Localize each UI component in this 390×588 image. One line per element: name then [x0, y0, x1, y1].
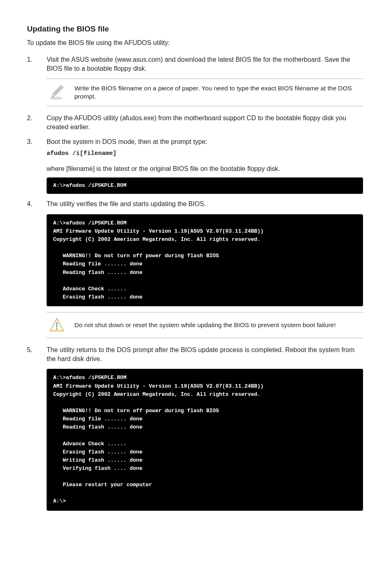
note-text: Write the BIOS filename on a piece of pa… [74, 84, 361, 101]
step-text: Boot the system in DOS mode, then at the… [47, 137, 363, 146]
step-number: 3. [27, 137, 47, 158]
warning-icon [48, 317, 65, 333]
terminal-output: A:\>afudos /iP5KPLE.ROM [47, 177, 363, 194]
pencil-icon [48, 84, 65, 101]
note-callout: Write the BIOS filename on a piece of pa… [47, 79, 363, 106]
terminal-output: A:\>afudos /iP5KPLE.ROM AMI Firmware Upd… [47, 214, 363, 306]
warning-callout: Do not shut down or reset the system whi… [47, 312, 363, 338]
svg-point-0 [50, 97, 63, 100]
step-number: 1. [27, 55, 47, 73]
step-text: The utility returns to the DOS prompt af… [47, 346, 363, 363]
step-number: 5. [27, 346, 47, 363]
warning-text: Do not shut down or reset the system whi… [74, 321, 361, 330]
step-number: 2. [27, 114, 47, 131]
step-text: Visit the ASUS website (www.asus.com) an… [47, 55, 363, 73]
step-text: Copy the AFUDOS utility (afudos.exe) fro… [47, 114, 363, 131]
step-sub-text: where [filename] is the latest or the or… [47, 164, 363, 173]
command-code: afudos /i[filename] [47, 150, 117, 157]
step-text: The utility verifies the file and starts… [47, 200, 363, 209]
section-heading: Updating the BIOS file [27, 24, 363, 34]
terminal-output: A:\>afudos /iP5KPLE.ROM AMI Firmware Upd… [47, 369, 363, 510]
step-number: 4. [27, 200, 47, 209]
intro-text: To update the BIOS file using the AFUDOS… [27, 38, 363, 47]
svg-point-5 [56, 328, 58, 330]
